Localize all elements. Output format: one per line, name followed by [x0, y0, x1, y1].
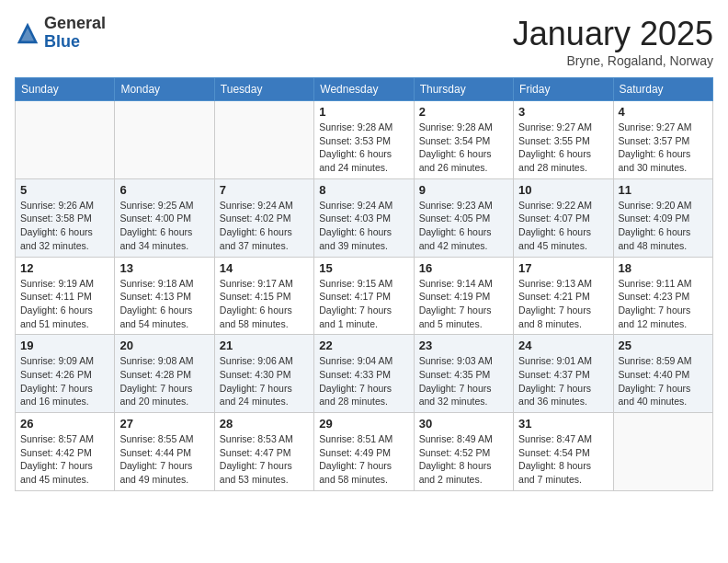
day-number: 31	[518, 417, 608, 431]
day-info: Sunrise: 9:06 AMSunset: 4:30 PMDaylight:…	[220, 354, 309, 408]
day-number: 16	[419, 261, 508, 275]
table-row: 17Sunrise: 9:13 AMSunset: 4:21 PMDayligh…	[514, 257, 613, 335]
day-info: Sunrise: 8:53 AMSunset: 4:47 PMDaylight:…	[220, 432, 309, 487]
day-number: 1	[319, 105, 408, 119]
day-info: Sunrise: 8:55 AMSunset: 4:44 PMDaylight:…	[119, 432, 209, 487]
day-number: 20	[119, 339, 209, 352]
logo-text: General Blue	[44, 15, 106, 52]
day-number: 30	[419, 417, 508, 431]
day-info: Sunrise: 9:20 AMSunset: 4:09 PMDaylight:…	[619, 199, 708, 253]
table-row: 5Sunrise: 9:26 AMSunset: 3:58 PMDaylight…	[16, 178, 115, 257]
table-row: 2Sunrise: 9:28 AMSunset: 3:54 PMDaylight…	[414, 101, 513, 179]
day-number: 11	[619, 183, 708, 197]
table-row: 14Sunrise: 9:17 AMSunset: 4:15 PMDayligh…	[214, 257, 313, 335]
day-info: Sunrise: 9:22 AMSunset: 4:07 PMDaylight:…	[518, 199, 608, 253]
table-row: 23Sunrise: 9:03 AMSunset: 4:35 PMDayligh…	[414, 335, 513, 413]
day-number: 28	[220, 417, 309, 431]
day-number: 12	[20, 261, 109, 275]
logo-icon	[15, 20, 40, 46]
table-row: 8Sunrise: 9:24 AMSunset: 4:03 PMDaylight…	[314, 178, 414, 257]
col-saturday: Saturday	[613, 78, 712, 101]
calendar-week-row: 1Sunrise: 9:28 AMSunset: 3:53 PMDaylight…	[16, 101, 713, 179]
day-number: 22	[319, 339, 408, 352]
day-number: 3	[518, 105, 608, 119]
table-row	[115, 101, 214, 179]
title-block: January 2025 Bryne, Rogaland, Norway	[513, 15, 713, 68]
table-row: 26Sunrise: 8:57 AMSunset: 4:42 PMDayligh…	[16, 413, 115, 491]
table-row: 24Sunrise: 9:01 AMSunset: 4:37 PMDayligh…	[514, 335, 613, 413]
day-number: 14	[220, 261, 309, 275]
day-number: 5	[20, 183, 109, 197]
day-number: 6	[119, 183, 209, 197]
day-number: 4	[619, 105, 708, 119]
day-info: Sunrise: 9:03 AMSunset: 4:35 PMDaylight:…	[419, 354, 508, 408]
day-info: Sunrise: 9:27 AMSunset: 3:57 PMDaylight:…	[619, 121, 708, 175]
table-row: 15Sunrise: 9:15 AMSunset: 4:17 PMDayligh…	[314, 257, 414, 335]
calendar-week-row: 26Sunrise: 8:57 AMSunset: 4:42 PMDayligh…	[16, 413, 713, 491]
day-info: Sunrise: 8:59 AMSunset: 4:40 PMDaylight:…	[619, 354, 708, 408]
day-number: 17	[518, 261, 608, 275]
day-info: Sunrise: 9:19 AMSunset: 4:11 PMDaylight:…	[20, 277, 109, 331]
day-info: Sunrise: 9:24 AMSunset: 4:03 PMDaylight:…	[319, 199, 408, 253]
day-number: 21	[220, 339, 309, 352]
table-row: 18Sunrise: 9:11 AMSunset: 4:23 PMDayligh…	[613, 257, 712, 335]
table-row: 3Sunrise: 9:27 AMSunset: 3:55 PMDaylight…	[514, 101, 613, 179]
day-info: Sunrise: 9:15 AMSunset: 4:17 PMDaylight:…	[319, 277, 408, 331]
day-info: Sunrise: 9:08 AMSunset: 4:28 PMDaylight:…	[119, 354, 209, 408]
day-info: Sunrise: 9:28 AMSunset: 3:53 PMDaylight:…	[319, 121, 408, 175]
logo-general: General	[44, 15, 106, 33]
day-info: Sunrise: 9:26 AMSunset: 3:58 PMDaylight:…	[20, 199, 109, 253]
day-info: Sunrise: 9:17 AMSunset: 4:15 PMDaylight:…	[220, 277, 309, 331]
calendar-header-row: Sunday Monday Tuesday Wednesday Thursday…	[16, 78, 713, 101]
table-row: 20Sunrise: 9:08 AMSunset: 4:28 PMDayligh…	[115, 335, 214, 413]
table-row	[16, 101, 115, 179]
day-info: Sunrise: 9:04 AMSunset: 4:33 PMDaylight:…	[319, 354, 408, 408]
table-row: 1Sunrise: 9:28 AMSunset: 3:53 PMDaylight…	[314, 101, 414, 179]
col-tuesday: Tuesday	[214, 78, 313, 101]
col-wednesday: Wednesday	[314, 78, 414, 101]
logo-blue: Blue	[44, 33, 106, 52]
table-row: 21Sunrise: 9:06 AMSunset: 4:30 PMDayligh…	[214, 335, 313, 413]
day-info: Sunrise: 9:28 AMSunset: 3:54 PMDaylight:…	[419, 121, 508, 175]
day-number: 27	[119, 417, 209, 431]
day-number: 26	[20, 417, 109, 431]
table-row: 30Sunrise: 8:49 AMSunset: 4:52 PMDayligh…	[414, 413, 513, 491]
day-number: 18	[619, 261, 708, 275]
table-row	[613, 413, 712, 491]
day-number: 9	[419, 183, 508, 197]
day-info: Sunrise: 9:01 AMSunset: 4:37 PMDaylight:…	[518, 354, 608, 408]
table-row: 6Sunrise: 9:25 AMSunset: 4:00 PMDaylight…	[115, 178, 214, 257]
day-info: Sunrise: 8:49 AMSunset: 4:52 PMDaylight:…	[419, 432, 508, 487]
table-row: 12Sunrise: 9:19 AMSunset: 4:11 PMDayligh…	[16, 257, 115, 335]
day-info: Sunrise: 9:25 AMSunset: 4:00 PMDaylight:…	[119, 199, 209, 253]
table-row: 19Sunrise: 9:09 AMSunset: 4:26 PMDayligh…	[16, 335, 115, 413]
table-row	[214, 101, 313, 179]
header: General Blue January 2025 Bryne, Rogalan…	[15, 15, 713, 68]
table-row: 22Sunrise: 9:04 AMSunset: 4:33 PMDayligh…	[314, 335, 414, 413]
col-sunday: Sunday	[16, 78, 115, 101]
calendar-table: Sunday Monday Tuesday Wednesday Thursday…	[15, 77, 713, 491]
table-row: 11Sunrise: 9:20 AMSunset: 4:09 PMDayligh…	[613, 178, 712, 257]
col-friday: Friday	[514, 78, 613, 101]
calendar-week-row: 19Sunrise: 9:09 AMSunset: 4:26 PMDayligh…	[16, 335, 713, 413]
table-row: 27Sunrise: 8:55 AMSunset: 4:44 PMDayligh…	[115, 413, 214, 491]
table-row: 28Sunrise: 8:53 AMSunset: 4:47 PMDayligh…	[214, 413, 313, 491]
day-info: Sunrise: 9:27 AMSunset: 3:55 PMDaylight:…	[518, 121, 608, 175]
table-row: 7Sunrise: 9:24 AMSunset: 4:02 PMDaylight…	[214, 178, 313, 257]
day-number: 13	[119, 261, 209, 275]
day-number: 15	[319, 261, 408, 275]
day-number: 2	[419, 105, 508, 119]
table-row: 31Sunrise: 8:47 AMSunset: 4:54 PMDayligh…	[514, 413, 613, 491]
table-row: 13Sunrise: 9:18 AMSunset: 4:13 PMDayligh…	[115, 257, 214, 335]
col-thursday: Thursday	[414, 78, 513, 101]
day-number: 7	[220, 183, 309, 197]
table-row: 25Sunrise: 8:59 AMSunset: 4:40 PMDayligh…	[613, 335, 712, 413]
day-number: 19	[20, 339, 109, 352]
day-info: Sunrise: 8:57 AMSunset: 4:42 PMDaylight:…	[20, 432, 109, 487]
table-row: 10Sunrise: 9:22 AMSunset: 4:07 PMDayligh…	[514, 178, 613, 257]
day-info: Sunrise: 9:09 AMSunset: 4:26 PMDaylight:…	[20, 354, 109, 408]
day-info: Sunrise: 9:24 AMSunset: 4:02 PMDaylight:…	[220, 199, 309, 253]
day-info: Sunrise: 8:47 AMSunset: 4:54 PMDaylight:…	[518, 432, 608, 487]
day-info: Sunrise: 8:51 AMSunset: 4:49 PMDaylight:…	[319, 432, 408, 487]
calendar-week-row: 12Sunrise: 9:19 AMSunset: 4:11 PMDayligh…	[16, 257, 713, 335]
